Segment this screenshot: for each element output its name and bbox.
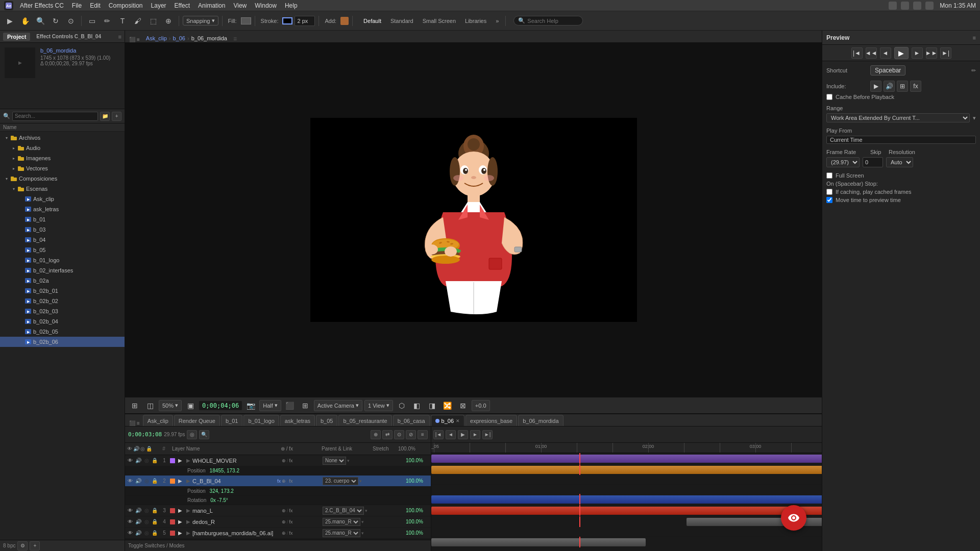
solo-btn[interactable]: ◎ bbox=[187, 430, 197, 439]
settings-btn[interactable]: ⚙ bbox=[17, 541, 28, 550]
menu-edit[interactable]: Edit bbox=[86, 1, 104, 10]
layer-vis-3[interactable]: 👁 bbox=[126, 507, 134, 515]
layer-lock-btn[interactable]: ⊙ bbox=[394, 430, 404, 439]
quality-select[interactable]: Half ▾ bbox=[259, 400, 281, 411]
snapping-toggle[interactable]: Snapping ▾ bbox=[183, 16, 218, 26]
tree-item-escenas[interactable]: ▾Escenas bbox=[0, 184, 125, 194]
add-icon[interactable] bbox=[340, 17, 349, 25]
layer-row-2[interactable]: 👁 🔊 ◎ 🔒 2 ▶ ▶ C_B_Bl_04 fx ⊕/fx 23. cuer… bbox=[125, 475, 431, 487]
layer-expand2-2[interactable]: ▶ bbox=[184, 477, 192, 485]
layer-parent-5[interactable]: 25.mano_R ▾ bbox=[323, 529, 374, 537]
new-comp-btn[interactable]: + bbox=[112, 112, 121, 121]
track-row-4[interactable] bbox=[431, 505, 822, 516]
viewer-resolution-icon[interactable]: ▣ bbox=[184, 399, 197, 412]
tree-item-composiciones[interactable]: ▾Composiciones bbox=[0, 173, 125, 184]
skip-input[interactable] bbox=[863, 157, 883, 167]
layer-lock-4[interactable]: 🔒 bbox=[151, 518, 159, 526]
layer-vis-4[interactable]: 👁 bbox=[126, 518, 134, 526]
tab-b01logo[interactable]: b_01_logo bbox=[243, 415, 279, 426]
layer-solo-3[interactable]: ◎ bbox=[142, 507, 151, 515]
tree-item-b_05[interactable]: ▶b_05 bbox=[0, 245, 125, 255]
layer-solo-2[interactable]: ◎ bbox=[142, 477, 151, 485]
layer-row-1[interactable]: 👁 🔊 ◎ 🔒 1 ▶ ▶ WHOLE_MOVER ⊕/fx None ▾ 10… bbox=[125, 455, 431, 466]
layer-parent-1[interactable]: None ▾ bbox=[323, 457, 374, 465]
tool-select[interactable]: ▶ bbox=[3, 14, 16, 28]
tree-item-b_02_interfases[interactable]: ▶b_02_interfases bbox=[0, 265, 125, 276]
tree-item-b_02b_06[interactable]: ▶b_02b_06 bbox=[0, 337, 125, 347]
viewer-render-btn[interactable]: ⬡ bbox=[395, 399, 408, 412]
layer-expand2-1[interactable]: ▶ bbox=[184, 457, 192, 465]
timeline-prev-frame[interactable]: ◄ bbox=[446, 430, 456, 439]
breadcrumb-item-2[interactable]: b_06 bbox=[173, 35, 185, 41]
viewer-snapshot-btn[interactable]: 📷 bbox=[244, 399, 257, 412]
workspace-standard[interactable]: Standard bbox=[387, 17, 416, 25]
layer-lock-5[interactable]: 🔒 bbox=[151, 529, 159, 537]
tool-rect[interactable]: ▭ bbox=[85, 14, 99, 28]
tree-item-imagenes[interactable]: ▸Imagenes bbox=[0, 153, 125, 163]
fill-swatch[interactable] bbox=[241, 17, 251, 24]
camera-select[interactable]: Active Camera ▾ bbox=[314, 400, 362, 411]
timeline-play[interactable]: ▶ bbox=[458, 430, 468, 439]
menu-view[interactable]: View bbox=[230, 1, 250, 10]
timeline-go-start[interactable]: |◄ bbox=[433, 430, 444, 439]
tool-hand[interactable]: ✋ bbox=[18, 14, 32, 28]
track-row-3[interactable] bbox=[431, 494, 822, 505]
menu-window[interactable]: Window bbox=[251, 1, 280, 10]
layer-solo-4[interactable]: ◎ bbox=[142, 518, 151, 526]
tool-camera-orbit[interactable]: ⊙ bbox=[64, 14, 78, 28]
if-caching-check[interactable] bbox=[826, 189, 832, 195]
tool-pen[interactable]: ✏ bbox=[101, 14, 114, 28]
layer-fx-2[interactable]: fx bbox=[276, 479, 282, 484]
workspace-default[interactable]: Default bbox=[360, 17, 384, 25]
layer-audio-4[interactable]: 🔊 bbox=[134, 518, 142, 526]
shortcut-edit-btn[interactable]: ✏ bbox=[971, 67, 976, 74]
add-item-btn[interactable]: + bbox=[30, 541, 40, 550]
tree-item-b_02b_03[interactable]: ▶b_02b_03 bbox=[0, 306, 125, 316]
layer-audio-3[interactable]: 🔊 bbox=[134, 507, 142, 515]
viewer-layer-btn[interactable]: ⊠ bbox=[456, 399, 470, 412]
layer-switch-btn[interactable]: ⇄ bbox=[382, 430, 393, 439]
preview-back-frame[interactable]: ◄ bbox=[880, 47, 891, 59]
sub-val-1[interactable]: 18455, 173.2 bbox=[206, 468, 239, 473]
menu-aftereffects[interactable]: After Effects CC bbox=[16, 1, 67, 10]
viewer-grid-btn[interactable]: ⊞ bbox=[299, 399, 312, 412]
stroke-swatch[interactable] bbox=[282, 17, 292, 24]
layer-vis-5[interactable]: 👁 bbox=[126, 529, 134, 537]
shortcut-value[interactable]: Spacebar bbox=[870, 65, 905, 76]
layer-expand-3[interactable]: ▶ bbox=[176, 507, 184, 515]
menu-animation[interactable]: Animation bbox=[194, 1, 229, 10]
layer-expand2-3[interactable]: ▶ bbox=[184, 507, 192, 515]
layer-row-3[interactable]: 👁 🔊 ◎ 🔒 3 ▶ ▶ mano_L ⊕/fx 2.C_B_Bl_04 ▾ … bbox=[125, 505, 431, 516]
tree-item-b_02b_02[interactable]: ▶b_02b_02 bbox=[0, 296, 125, 306]
timeline-current-time[interactable]: 0;00;03;08 bbox=[128, 431, 162, 438]
full-screen-check[interactable] bbox=[826, 172, 832, 179]
layer-row-4[interactable]: 👁 🔊 ◎ 🔒 4 ▶ ▶ dedos_R ⊕/fx 25.mano_R ▾ 1… bbox=[125, 516, 431, 528]
layer-sub-row-2[interactable]: Rotation 0x -7.5° bbox=[125, 496, 431, 505]
viewer-mask-btn[interactable]: ◨ bbox=[426, 399, 439, 412]
layer-audio-5[interactable]: 🔊 bbox=[134, 529, 142, 537]
menu-help[interactable]: Help bbox=[281, 1, 301, 10]
tool-text[interactable]: T bbox=[116, 14, 129, 28]
tree-item-b_03[interactable]: ▶b_03 bbox=[0, 224, 125, 235]
layer-parent-select-4[interactable]: 25.mano_R bbox=[323, 518, 360, 526]
tree-item-vectores[interactable]: ▸Vectores bbox=[0, 163, 125, 173]
tree-item-b_02a[interactable]: ▶b_02a bbox=[0, 276, 125, 286]
preview-fwd-frame[interactable]: ► bbox=[912, 47, 923, 59]
tree-item-b_02b_05[interactable]: ▶b_02b_05 bbox=[0, 327, 125, 337]
workspace-overflow[interactable]: » bbox=[493, 17, 502, 25]
layer-parent-select-3[interactable]: 2.C_B_Bl_04 bbox=[323, 507, 364, 515]
range-select[interactable]: Work Area Extended By Current T... bbox=[826, 113, 970, 122]
include-effect-btn[interactable]: fx bbox=[910, 81, 921, 92]
tree-item-b_02b_01[interactable]: ▶b_02b_01 bbox=[0, 286, 125, 296]
include-video-btn[interactable]: ▶ bbox=[870, 81, 881, 92]
track-row-2[interactable] bbox=[431, 464, 822, 475]
tab-ask-clip[interactable]: Ask_clip bbox=[143, 415, 173, 426]
track-row-1[interactable] bbox=[431, 453, 822, 464]
preview-play-btn[interactable]: ▶ bbox=[894, 47, 909, 59]
viewer-timecode[interactable]: 0;00;04;06 bbox=[199, 401, 242, 410]
layer-expand-5[interactable]: ▶ bbox=[176, 529, 184, 537]
tab-ask-letras[interactable]: ask_letras bbox=[280, 415, 315, 426]
layer-lock-3[interactable]: 🔒 bbox=[151, 507, 159, 515]
tool-clone[interactable]: ⬚ bbox=[146, 14, 160, 28]
layer-vis-2[interactable]: 👁 bbox=[126, 477, 134, 485]
